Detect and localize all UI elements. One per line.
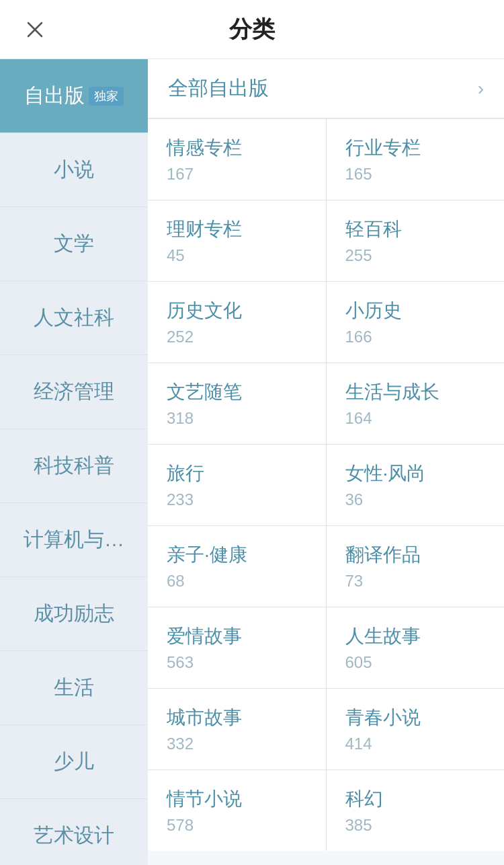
category-count: 167: [167, 165, 307, 184]
sidebar-item-label: 成功励志: [34, 600, 114, 628]
sidebar-item-label: 自出版: [24, 82, 85, 110]
category-name: 理财专栏: [167, 217, 307, 242]
category-count: 414: [345, 735, 486, 753]
category-count: 332: [167, 735, 307, 753]
category-name: 女性·风尚: [345, 461, 486, 486]
category-count: 252: [167, 328, 307, 346]
category-count: 233: [167, 490, 307, 509]
category-count: 45: [167, 246, 307, 265]
sidebar-item-zichu[interactable]: 自出版 独家: [0, 59, 148, 133]
category-cell[interactable]: 理财专栏45: [148, 200, 326, 281]
sidebar-item-kejikeppu[interactable]: 科技科普: [0, 429, 148, 503]
sidebar-item-renwensheke[interactable]: 人文社科: [0, 281, 148, 355]
sidebar-item-shaoer[interactable]: 少儿: [0, 725, 148, 799]
sidebar-item-label: 文学: [54, 230, 94, 258]
category-count: 578: [167, 816, 307, 835]
category-count: 68: [167, 572, 307, 591]
category-grid: 情感专栏167行业专栏165理财专栏45轻百科255历史文化252小历史166文…: [148, 118, 504, 851]
category-cell[interactable]: 女性·风尚36: [327, 445, 505, 525]
sidebar-item-label: 科技科普: [34, 452, 114, 480]
close-icon: [26, 20, 44, 39]
sidebar-item-label: 小说: [54, 156, 94, 184]
category-name: 科幻: [345, 786, 486, 812]
category-name: 人生故事: [345, 624, 486, 649]
sidebar: 自出版 独家 小说 文学 人文社科 经济管理 科技科普 计算机与… 成功励志 生…: [0, 59, 148, 865]
category-count: 36: [345, 490, 486, 509]
sidebar-item-yishusheji[interactable]: 艺术设计: [0, 799, 148, 865]
category-cell[interactable]: 行业专栏165: [327, 119, 505, 200]
category-name: 生活与成长: [345, 379, 486, 405]
category-cell[interactable]: 科幻385: [327, 770, 505, 851]
category-name: 亲子·健康: [167, 542, 307, 568]
close-button[interactable]: [20, 15, 50, 44]
category-name: 翻译作品: [345, 542, 486, 568]
sidebar-item-jisuanji[interactable]: 计算机与…: [0, 503, 148, 577]
category-name: 小历史: [345, 298, 486, 324]
sidebar-item-label: 艺术设计: [34, 822, 114, 850]
category-count: 385: [345, 816, 486, 835]
sidebar-item-label: 计算机与…: [24, 526, 124, 554]
category-count: 166: [345, 328, 486, 346]
sidebar-item-chenggong[interactable]: 成功励志: [0, 577, 148, 651]
exclusive-badge: 独家: [89, 87, 124, 106]
page-header: 分类: [0, 0, 504, 59]
chevron-right-icon: ›: [478, 78, 484, 100]
category-cell[interactable]: 情节小说578: [148, 770, 326, 851]
category-count: 318: [167, 409, 307, 428]
category-name: 文艺随笔: [167, 379, 307, 405]
sidebar-item-label: 经济管理: [34, 378, 114, 406]
category-cell[interactable]: 生活与成长164: [327, 363, 505, 444]
category-name: 旅行: [167, 461, 307, 486]
category-count: 164: [345, 409, 486, 428]
category-cell[interactable]: 历史文化252: [148, 282, 326, 363]
category-cell[interactable]: 爱情故事563: [148, 607, 326, 688]
category-cell[interactable]: 翻译作品73: [327, 526, 505, 607]
category-cell[interactable]: 轻百科255: [327, 200, 505, 281]
category-name: 爱情故事: [167, 624, 307, 649]
category-name: 历史文化: [167, 298, 307, 324]
category-name: 行业专栏: [345, 135, 486, 161]
category-name: 情节小说: [167, 786, 307, 812]
sidebar-item-xiaoshuo[interactable]: 小说: [0, 133, 148, 207]
main-layout: 自出版 独家 小说 文学 人文社科 经济管理 科技科普 计算机与… 成功励志 生…: [0, 59, 504, 865]
category-name: 情感专栏: [167, 135, 307, 161]
category-count: 255: [345, 246, 486, 265]
category-cell[interactable]: 文艺随笔318: [148, 363, 326, 444]
sidebar-item-jingjiguanli[interactable]: 经济管理: [0, 355, 148, 429]
category-cell[interactable]: 人生故事605: [327, 607, 505, 688]
sidebar-item-label: 少儿: [54, 748, 94, 776]
category-cell[interactable]: 小历史166: [327, 282, 505, 363]
sidebar-item-shenghuo[interactable]: 生活: [0, 651, 148, 725]
page-title: 分类: [229, 14, 275, 45]
sidebar-item-label: 人文社科: [34, 304, 114, 332]
category-count: 165: [345, 165, 486, 184]
category-name: 青春小说: [345, 705, 486, 730]
content-panel: 全部自出版 › 情感专栏167行业专栏165理财专栏45轻百科255历史文化25…: [148, 59, 504, 865]
sidebar-item-wenxue[interactable]: 文学: [0, 207, 148, 281]
all-category-label: 全部自出版: [168, 75, 269, 102]
category-count: 605: [345, 653, 486, 672]
category-cell[interactable]: 亲子·健康68: [148, 526, 326, 607]
category-cell[interactable]: 情感专栏167: [148, 119, 326, 200]
category-cell[interactable]: 城市故事332: [148, 689, 326, 769]
category-name: 轻百科: [345, 217, 486, 242]
category-count: 73: [345, 572, 486, 591]
category-name: 城市故事: [167, 705, 307, 730]
sidebar-item-label: 生活: [54, 674, 94, 702]
category-count: 563: [167, 653, 307, 672]
category-cell[interactable]: 旅行233: [148, 445, 326, 525]
category-cell[interactable]: 青春小说414: [327, 689, 505, 769]
all-category-row[interactable]: 全部自出版 ›: [148, 59, 504, 118]
